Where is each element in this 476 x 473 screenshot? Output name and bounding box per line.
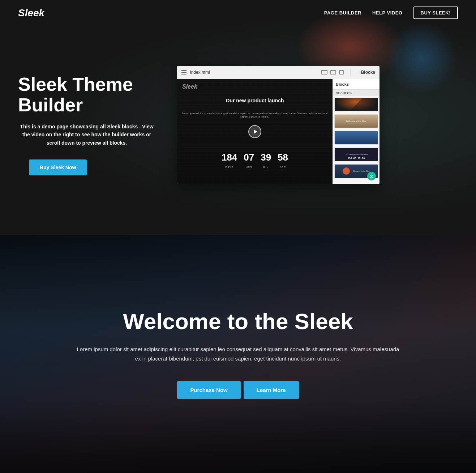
blocks-panel: Blocks HEADERS Welcome to the Slee — [333, 79, 379, 184]
hero-description: This is a demo page showcasing all Sleek… — [18, 123, 155, 147]
countdown-hrs-num: 07 — [244, 152, 254, 163]
countdown-min-label: MIN — [263, 166, 269, 169]
mobile-icon[interactable] — [339, 70, 344, 74]
welcome-description: Lorem ipsum dolor sit amet adipiscing el… — [76, 345, 401, 363]
preview-countdown: 184 DAYS 07 HRS 39 MIN 58 — [177, 152, 333, 170]
countdown-min: 39 MIN — [261, 152, 271, 170]
preview-body: Sleek Our new product launch Lorem ipsum… — [177, 79, 379, 184]
block-thumb-2[interactable]: Welcome to the Slee — [334, 114, 378, 128]
blocks-panel-title: Blocks — [357, 70, 375, 75]
hero-text-block: Sleek Theme Builder This is a demo page … — [18, 74, 155, 176]
preview-titlebar: index.html Blocks — [177, 66, 379, 79]
block-thumb-3[interactable] — [334, 131, 378, 145]
site-logo: Sleek — [18, 7, 44, 19]
countdown-sec-label: SEC — [280, 166, 286, 169]
preview-hamburger-icon[interactable] — [181, 70, 186, 74]
preview-canvas: Sleek Our new product launch Lorem ipsum… — [177, 79, 333, 184]
block-thumb-1[interactable] — [334, 98, 378, 111]
nav-page-builder[interactable]: PAGE BUILDER — [324, 10, 361, 16]
countdown-days-label: DAYS — [225, 166, 233, 169]
preview-device-icons — [321, 70, 344, 74]
builder-preview-window: index.html Blocks Sleek Our new product … — [177, 66, 379, 184]
purchase-now-button[interactable]: Purchase Now — [177, 381, 240, 399]
preview-url-bar: index.html — [190, 70, 317, 75]
blocks-section-label: HEADERS — [333, 90, 379, 96]
monitor-icon[interactable] — [321, 70, 327, 74]
mini-countdown-190: 190 — [348, 157, 352, 159]
countdown-hrs: 07 HRS — [244, 152, 254, 170]
nav-buy-sleek[interactable]: BUY SLEEK! — [413, 7, 458, 19]
hero-cta-button[interactable]: Buy Sleek Now — [29, 159, 87, 175]
divider — [351, 69, 351, 76]
mini-countdown-10: 10 — [362, 157, 365, 159]
countdown-sec-num: 58 — [278, 152, 288, 163]
block-thumb-4[interactable]: Our new product launch 190 08 19 10 — [334, 148, 378, 161]
welcome-buttons: Purchase Now Learn More — [177, 381, 299, 399]
countdown-sec: 58 SEC — [278, 152, 288, 170]
welcome-title: Welcome to the Sleek — [123, 309, 353, 334]
countdown-hrs-label: HRS — [246, 166, 252, 169]
nav-help-video[interactable]: HELP VIDEO — [372, 10, 403, 16]
countdown-days-num: 184 — [222, 152, 237, 163]
learn-more-button[interactable]: Learn More — [244, 381, 299, 399]
welcome-horizon — [0, 401, 476, 473]
blocks-close-area: x — [333, 180, 379, 184]
main-nav: PAGE BUILDER HELP VIDEO BUY SLEEK! — [324, 7, 458, 19]
tablet-icon[interactable] — [330, 70, 336, 74]
hero-section: Sleek Theme Builder This is a demo page … — [0, 0, 476, 235]
header: Sleek PAGE BUILDER HELP VIDEO BUY SLEEK! — [0, 0, 476, 26]
countdown-min-num: 39 — [261, 152, 271, 163]
preview-headline: Our new product launch — [182, 97, 327, 104]
hero-content: Sleek Theme Builder This is a demo page … — [0, 30, 476, 206]
mini-countdown-19: 19 — [357, 157, 360, 159]
hero-title: Sleek Theme Builder — [18, 74, 155, 115]
blocks-close-button[interactable]: x — [367, 172, 376, 180]
welcome-section: Welcome to the Sleek Lorem ipsum dolor s… — [0, 235, 476, 473]
preview-play-button[interactable] — [248, 125, 261, 138]
countdown-days: 184 DAYS — [222, 152, 237, 170]
blocks-panel-header: Blocks — [333, 79, 379, 90]
mini-countdown-08: 08 — [353, 157, 356, 159]
preview-lorem-text: Lorem ipsum dolor sit amet adipiscing el… — [180, 112, 330, 119]
